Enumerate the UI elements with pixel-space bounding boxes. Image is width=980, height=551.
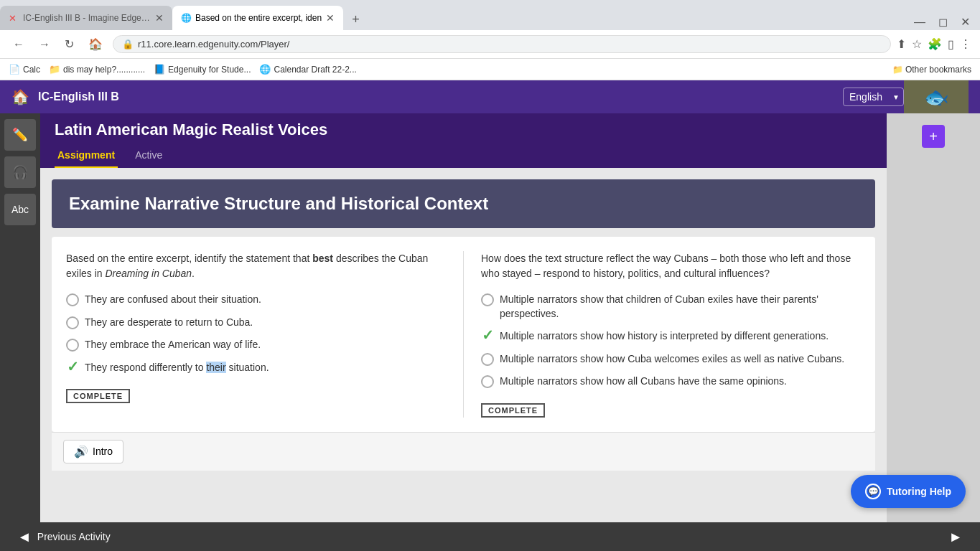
content-area: ✏️ 🎧 Abc Latin American Magic Realist Vo… [0,113,980,522]
column-divider [463,251,464,418]
calc-icon: 📄 [9,64,20,75]
q2-option-2[interactable]: ✓ Multiple narrators show how history is… [481,329,861,344]
tab-bar: ✕ IC-English III B - Imagine Edgenu ✕ 🌐 … [0,0,980,30]
language-selector[interactable]: English Spanish [843,88,904,106]
q2-option-2-text: Multiple narrators show how history is i… [500,329,829,344]
q1-option-2-text: They are desperate to return to Cuba. [85,316,253,330]
q2-radio-1[interactable] [481,293,494,306]
tab2-title: Based on the entire excerpt, iden [195,13,322,23]
q1-radio-2[interactable] [66,316,79,329]
new-tab-button[interactable]: + [346,9,365,30]
q2-checkmark-2: ✓ [481,329,494,342]
q1-option-3-text: They embrace the American way of life. [85,338,261,352]
dictionary-icon: Abc [11,204,29,215]
sidebar-pencil-button[interactable]: ✏️ [4,119,36,151]
tab-1[interactable]: ✕ IC-English III B - Imagine Edgenu ✕ [0,6,172,30]
pencil-icon: ✏️ [12,127,28,143]
q2-radio-3[interactable] [481,353,494,366]
bookmark-calendar[interactable]: 🌐 Calendar Draft 22-2... [259,64,356,75]
url-bar[interactable]: 🔒 r11.core.learn.edgenuity.com/Player/ [113,35,891,53]
address-actions: ⬆ ☆ 🧩 ▯ ⋮ [897,37,971,51]
q1-option-2[interactable]: They are desperate to return to Cuba. [66,316,446,330]
bookmark-calc-label: Calc [23,65,40,75]
app-home-icon[interactable]: 🏠 [11,88,29,105]
q2-option-1[interactable]: Multiple narrators show that children of… [481,293,861,321]
bookmark-calendar-label: Calendar Draft 22-2... [274,65,356,75]
navigation-bar: ◄ Previous Activity ► [0,522,980,551]
share-icon[interactable]: ⬆ [897,37,906,51]
intro-label: Intro [93,446,113,457]
address-bar: ← → ↻ 🏠 🔒 r11.core.learn.edgenuity.com/P… [0,30,980,59]
bookmark-calc[interactable]: 📄 Calc [9,64,40,75]
speaker-icon: 🔊 [74,445,88,458]
right-panel: + [887,113,980,522]
q2-option-4-text: Multiple narrators show how all Cubans h… [500,375,787,389]
bookmark-dis[interactable]: 📁 dis may help?............ [49,64,145,75]
calendar-icon: 🌐 [259,64,271,75]
bookmarks-folder-icon: 📁 [892,65,903,75]
q1-option-4[interactable]: ✓ They respond differently to their situ… [66,361,446,375]
maximize-button[interactable]: ◻ [934,14,952,30]
menu-icon[interactable]: ⋮ [960,37,971,51]
tab-active[interactable]: Active [132,143,165,168]
q2-option-1-text: Multiple narrators show that children of… [500,293,861,321]
q2-radio-4[interactable] [481,375,494,388]
reload-button[interactable]: ↻ [60,36,78,52]
forward-button[interactable]: → [34,37,55,52]
activity-title: Examine Narrative Structure and Historic… [69,194,858,214]
q1-radio-1[interactable] [66,293,79,306]
tab-assignment[interactable]: Assignment [55,143,118,168]
question-2-column: How does the text structure reflect the … [481,251,861,418]
q1-italic: Dreaming in Cuban [105,268,192,279]
profile-image: 🐟 [904,80,969,113]
activity-card: Examine Narrative Structure and Historic… [52,179,875,228]
course-title: Latin American Magic Realist Voices [55,121,872,143]
back-button[interactable]: ← [9,37,29,52]
tutoring-icon: 💬 [865,484,881,499]
tab-2[interactable]: 🌐 Based on the entire excerpt, iden ✕ [172,6,343,30]
bookmark-star-icon[interactable]: ☆ [912,37,922,51]
tab1-close[interactable]: ✕ [155,12,164,24]
tab2-favicon: 🌐 [181,13,191,23]
sidebar-audio-button[interactable]: 🎧 [4,156,36,188]
q1-option-4-text: They respond differently to their situat… [85,361,269,375]
tutoring-label: Tutoring Help [887,486,951,497]
bookmark-edgenuity[interactable]: 📘 Edgenuity for Stude... [154,64,251,75]
prev-arrow-icon: ◄ [17,529,32,545]
app-header: 🏠 IC-English III B English Spanish ▼ 🐟 [0,80,980,113]
question-1-column: Based on the entire excerpt, identify th… [66,251,446,418]
bookmarks-other-label: Other bookmarks [905,65,971,75]
q2-option-4[interactable]: Multiple narrators show how all Cubans h… [481,375,861,389]
home-button[interactable]: 🏠 [84,36,107,52]
q2-option-3[interactable]: Multiple narrators show how Cuba welcome… [481,352,861,367]
sidebar-dictionary-button[interactable]: Abc [4,194,36,225]
question-1-text: Based on the entire excerpt, identify th… [66,251,446,281]
tutoring-help-button[interactable]: 💬 Tutoring Help [851,475,966,508]
tab1-favicon: ✕ [9,13,19,23]
q1-option-3[interactable]: They embrace the American way of life. [66,338,446,352]
q2-option-3-text: Multiple narrators show how Cuba welcome… [500,352,844,367]
q1-radio-3[interactable] [66,339,79,352]
next-arrow-button[interactable]: ► [943,526,969,548]
close-window-button[interactable]: ✕ [956,14,974,30]
activity-area: Examine Narrative Structure and Historic… [40,168,887,482]
tab1-title: IC-English III B - Imagine Edgenu [23,13,151,23]
main-content: Latin American Magic Realist Voices Assi… [40,113,887,522]
q1-option-1[interactable]: They are confused about their situation. [66,293,446,307]
next-arrow-icon: ► [948,529,963,545]
q1-option-1-text: They are confused about their situation. [85,293,261,307]
bookmarks-bar: 📄 Calc 📁 dis may help?............ 📘 Edg… [0,59,980,80]
tab2-close[interactable]: ✕ [326,12,335,24]
previous-activity-label: Previous Activity [37,531,111,542]
q1-checkmark-4: ✓ [66,360,79,373]
intro-button[interactable]: 🔊 Intro [63,440,123,463]
minimize-button[interactable]: — [910,14,930,30]
bottom-bar: 🔊 Intro [52,432,875,471]
dis-icon: 📁 [49,64,60,75]
prev-arrow-button[interactable]: ◄ [11,526,37,548]
browser-frame: ✕ IC-English III B - Imagine Edgenu ✕ 🌐 … [0,0,980,551]
extensions-icon[interactable]: 🧩 [928,37,942,51]
add-button[interactable]: + [922,125,945,148]
sidebar-toggle-icon[interactable]: ▯ [948,37,954,51]
bookmarks-other[interactable]: 📁 Other bookmarks [892,65,971,75]
